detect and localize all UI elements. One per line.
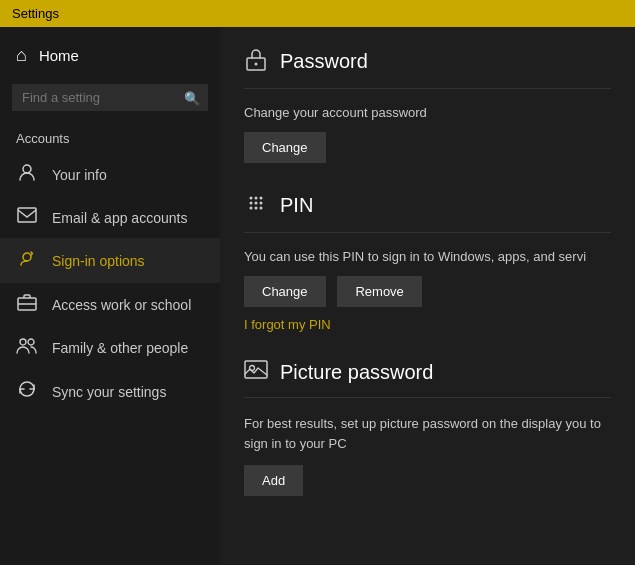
pin-description: You can use this PIN to sign in to Windo… [244,249,611,264]
home-label: Home [39,47,79,64]
picture-password-icon [244,360,268,385]
picture-password-section: Picture password For best results, set u… [244,360,611,496]
svg-point-14 [260,202,263,205]
sidebar-label-access-work-school: Access work or school [52,297,191,313]
sidebar-item-family-other-people[interactable]: Family & other people [0,326,220,369]
pin-icon [244,191,268,220]
svg-point-5 [20,339,26,345]
briefcase-icon [16,293,38,316]
home-icon: ⌂ [16,45,27,66]
app-title: Settings [12,6,59,21]
svg-point-8 [255,63,258,66]
picture-password-add-button[interactable]: Add [244,465,303,496]
password-change-button[interactable]: Change [244,132,326,163]
picture-password-description: For best results, set up picture passwor… [244,414,611,453]
password-header: Password [244,47,611,76]
sidebar-label-family-other-people: Family & other people [52,340,188,356]
password-section: Password Change your account password Ch… [244,47,611,163]
svg-point-0 [23,165,31,173]
pin-section: PIN You can use this PIN to sign in to W… [244,191,611,332]
sync-icon [16,379,38,404]
pin-header: PIN [244,191,611,220]
sidebar-label-your-info: Your info [52,167,107,183]
forgot-pin-link[interactable]: I forgot my PIN [244,317,331,332]
search-input[interactable] [12,84,208,111]
svg-point-12 [250,202,253,205]
password-icon [244,47,268,76]
email-icon [16,207,38,228]
pin-title: PIN [280,194,313,217]
sidebar-item-sync-settings[interactable]: Sync your settings [0,369,220,414]
picture-password-title: Picture password [280,361,433,384]
sidebar-item-access-work-school[interactable]: Access work or school [0,283,220,326]
family-icon [16,336,38,359]
sidebar-item-sign-in-options[interactable]: Sign-in options [0,238,220,283]
title-bar: Settings [0,0,635,27]
picture-password-header: Picture password [244,360,611,385]
sidebar: ⌂ Home 🔍 Accounts Your info [0,27,220,564]
svg-point-9 [250,197,253,200]
sidebar-item-home[interactable]: ⌂ Home [0,35,220,76]
password-description: Change your account password [244,105,611,120]
pin-change-button[interactable]: Change [244,276,326,307]
svg-point-6 [28,339,34,345]
your-info-icon [16,162,38,187]
svg-point-15 [250,207,253,210]
main-content: Password Change your account password Ch… [220,27,635,564]
sidebar-label-sync-settings: Sync your settings [52,384,166,400]
svg-point-10 [255,197,258,200]
svg-rect-1 [18,208,36,222]
svg-point-2 [23,253,31,261]
svg-point-16 [255,207,258,210]
svg-point-13 [255,202,258,205]
pin-remove-button[interactable]: Remove [337,276,421,307]
password-title: Password [280,50,368,73]
sidebar-item-email-app-accounts[interactable]: Email & app accounts [0,197,220,238]
sidebar-item-your-info[interactable]: Your info [0,152,220,197]
search-box: 🔍 [12,84,208,111]
svg-point-17 [260,207,263,210]
sidebar-label-email-app-accounts: Email & app accounts [52,210,187,226]
search-icon: 🔍 [184,90,200,105]
sign-in-icon [16,248,38,273]
svg-point-11 [260,197,263,200]
accounts-label: Accounts [0,119,220,152]
sidebar-label-sign-in-options: Sign-in options [52,253,145,269]
